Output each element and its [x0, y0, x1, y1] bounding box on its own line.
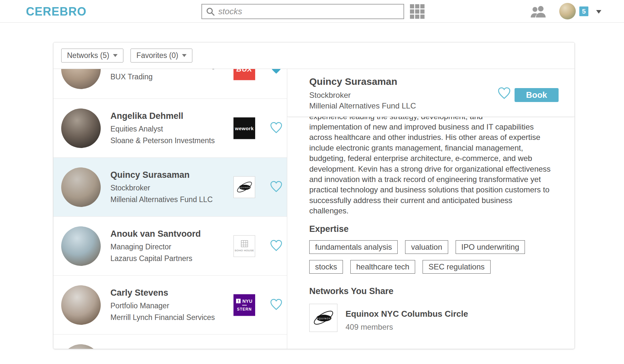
expertise-tag[interactable]: stocks — [309, 260, 343, 274]
detail-scroll-area[interactable]: experience leading the strategy, develop… — [287, 117, 574, 349]
person-name: Carly Stevens — [110, 288, 230, 298]
favorite-button[interactable] — [270, 69, 283, 76]
user-avatar[interactable] — [559, 3, 576, 19]
equinox-logo: EQUINOX — [309, 304, 337, 332]
apps-grid-icon[interactable] — [410, 4, 425, 19]
favorite-button[interactable] — [270, 180, 283, 194]
svg-text:EQUINOX: EQUINOX — [239, 187, 250, 188]
expertise-tag[interactable]: valuation — [405, 240, 448, 254]
chevron-down-icon — [182, 54, 187, 57]
bux-logo: BUX — [233, 69, 255, 80]
account-menu-caret-icon[interactable] — [596, 10, 601, 14]
person-title: VP of Investments, Gas Trading — [110, 69, 230, 70]
notification-badge[interactable]: 5 — [579, 6, 588, 16]
expertise-tag[interactable]: healthcare tech — [350, 260, 415, 274]
brand-logo: CEREBRO — [26, 5, 86, 18]
expertise-tag[interactable]: fundamentals analysis — [309, 240, 398, 254]
main-card: Networks (5) Favorites (0) VP of Investm… — [53, 42, 575, 349]
person-row-carly[interactable]: Carly Stevens Portfolio Manager Merrill … — [53, 276, 287, 335]
search-icon — [206, 7, 215, 16]
person-row-anouk[interactable]: Anouk van Santvoord Managing Director La… — [53, 217, 287, 276]
detail-panel: Quincy Surasaman Stockbroker Millenial A… — [287, 69, 574, 349]
soho-house-logo: SOHO HOUSE — [233, 235, 255, 257]
svg-text:EQUINOX: EQUINOX — [317, 317, 331, 320]
heart-outline-icon — [270, 298, 283, 310]
person-row-quincy[interactable]: Quincy Surasaman Stockbroker Millenial A… — [53, 158, 287, 217]
person-company: Lazarus Capital Partners — [110, 254, 230, 263]
expertise-tags-row-1: fundamentals analysis valuation IPO unde… — [309, 240, 574, 254]
person-company: Sloane & Peterson Investments — [110, 136, 230, 145]
favorites-filter-button[interactable]: Favorites (0) — [130, 49, 192, 63]
shared-network-item[interactable]: EQUINOX Equinox NYC Columbus Circle 409 … — [309, 304, 574, 332]
detail-company: Millenial Alternatives Fund LLC — [309, 101, 416, 110]
person-row-angelika[interactable]: Angelika Dehmell Equities Analyst Sloane… — [53, 99, 287, 158]
expertise-tag[interactable]: SEC regulations — [423, 260, 490, 274]
detail-header: Quincy Surasaman Stockbroker Millenial A… — [287, 69, 574, 117]
person-title: Managing Director — [110, 243, 230, 251]
favorite-button[interactable] — [270, 298, 283, 312]
heart-outline-icon — [497, 87, 511, 99]
heart-filled-icon — [270, 69, 283, 74]
top-header: CEREBRO 5 — [0, 0, 624, 23]
person-name: Anouk van Santvoord — [110, 229, 230, 239]
person-avatar — [61, 167, 101, 207]
heart-outline-icon — [270, 180, 283, 192]
nyu-stern-logo: NYU STERN — [233, 294, 255, 316]
networks-filter-button[interactable]: Networks (5) — [61, 49, 123, 63]
favorite-button[interactable] — [270, 121, 283, 135]
people-list: VP of Investments, Gas Trading BUX Tradi… — [53, 69, 287, 349]
person-row-samuel[interactable]: Samuel Jonoston — [53, 335, 287, 349]
person-avatar — [61, 69, 101, 89]
favorite-button[interactable] — [270, 239, 283, 253]
person-title: Equities Analyst — [110, 125, 230, 133]
heart-outline-icon — [270, 121, 283, 133]
favorite-button[interactable] — [497, 87, 511, 101]
people-list-scroll[interactable]: VP of Investments, Gas Trading BUX Tradi… — [53, 69, 287, 349]
person-name: Angelika Dehmell — [110, 111, 230, 121]
bio-clipped-line: experience leading the strategy, develop… — [309, 117, 560, 122]
person-title: Portfolio Manager — [110, 301, 230, 310]
person-name: Quincy Surasaman — [110, 170, 230, 180]
detail-title: Stockbroker — [309, 91, 351, 100]
wework-logo: wework — [233, 117, 255, 139]
person-avatar — [61, 344, 101, 349]
equinox-logo: EQUINOX — [233, 176, 255, 198]
expertise-heading: Expertise — [309, 224, 574, 234]
nyu-torch-icon — [236, 299, 241, 303]
expertise-tags-row-2: stocks healthcare tech SEC regulations — [309, 260, 574, 274]
person-title: Stockbroker — [110, 184, 230, 192]
network-name: Equinox NYC Columbus Circle — [346, 309, 468, 319]
person-avatar — [61, 285, 101, 325]
search-box[interactable] — [201, 4, 404, 19]
expertise-tag[interactable]: IPO underwriting — [456, 240, 525, 254]
network-people-icon[interactable] — [529, 6, 547, 18]
filter-bar: Networks (5) Favorites (0) — [53, 42, 574, 69]
bio-paragraph: implementation of new and improved busin… — [309, 122, 565, 216]
networks-you-share-heading: Networks You Share — [309, 286, 574, 296]
person-company: BUX Trading — [110, 73, 230, 81]
person-company: Merrill Lynch Financial Services — [110, 313, 230, 322]
person-company: Millenial Alternatives Fund LLC — [110, 195, 230, 204]
book-button[interactable]: Book — [515, 88, 559, 102]
network-member-count: 409 members — [346, 323, 468, 332]
person-avatar — [61, 226, 101, 266]
person-avatar — [61, 108, 101, 148]
person-row-bux[interactable]: VP of Investments, Gas Trading BUX Tradi… — [53, 69, 287, 99]
detail-name: Quincy Surasaman — [309, 76, 397, 87]
heart-outline-icon — [270, 239, 283, 251]
chevron-down-icon — [113, 54, 118, 57]
search-input[interactable] — [215, 6, 403, 17]
